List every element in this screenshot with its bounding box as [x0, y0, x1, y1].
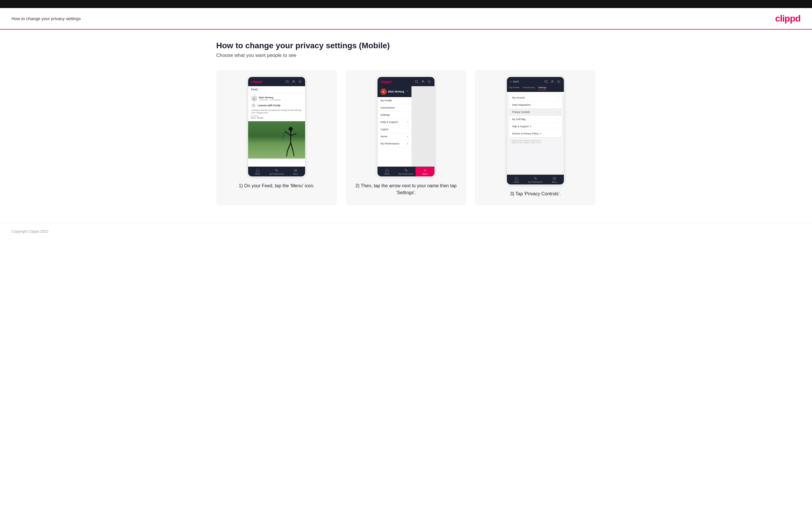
settings-icon[interactable]: [298, 79, 302, 84]
user-icon[interactable]: [291, 79, 296, 84]
settings-item-myaccount[interactable]: My Account ›: [509, 94, 562, 101]
settings-item-helpsupport[interactable]: Help & Support ↗: [509, 123, 562, 130]
menu-item-logout[interactable]: Logout: [377, 126, 411, 133]
svg-line-18: [417, 82, 418, 83]
svg-point-0: [286, 80, 288, 82]
blurred-bg: [412, 86, 435, 167]
dataintegrations-chevron: ›: [558, 103, 559, 106]
phone-nav-menu-close[interactable]: Menu: [415, 167, 435, 176]
phone-logo-2: clippd: [380, 79, 391, 84]
menu-user-avatar: B: [380, 89, 387, 95]
svg-point-3: [299, 81, 301, 82]
lesson-icon: [251, 103, 256, 108]
user-icon-3[interactable]: [550, 79, 555, 84]
menu-section-home[interactable]: Home ∨: [377, 133, 411, 140]
phone-bottom-nav-3: Home My Performance Menu: [507, 175, 564, 184]
phone-nav-performance-3[interactable]: My Performance: [526, 175, 545, 184]
phone-nav-1: clippd: [248, 77, 305, 86]
svg-point-4: [254, 97, 255, 99]
search-icon-2[interactable]: [414, 79, 419, 84]
settings-item-mygolfbag[interactable]: My Golf Bag ›: [509, 116, 562, 123]
svg-point-23: [545, 80, 547, 82]
svg-line-8: [291, 133, 297, 135]
external-link-icon: ↗: [407, 121, 409, 123]
phone-nav-home-3[interactable]: Home: [507, 175, 526, 184]
feed-tab: Feed: [248, 86, 305, 93]
feed-lesson-title: Lesson with Fordy: [258, 104, 281, 107]
svg-line-11: [287, 151, 287, 157]
menu-user-row: B Blair McHarg ⌃: [377, 86, 411, 97]
menu-item-help[interactable]: Help & Support ↗: [377, 119, 411, 126]
tab-settings[interactable]: Settings: [538, 86, 546, 90]
phone-nav-menu-3[interactable]: Menu: [545, 175, 564, 184]
feed-screen: Feed Blair McHarg Yesterday · Sunningdal…: [248, 86, 305, 167]
phone-bottom-nav-2: Home My Performance Menu: [377, 167, 435, 176]
feed-duration-value: 01 hr : 30 min: [251, 117, 302, 119]
feed-user-name: Blair McHarg: [259, 96, 281, 99]
svg-point-20: [429, 81, 430, 82]
search-icon[interactable]: [285, 79, 290, 84]
tab-myprofile[interactable]: My Profile: [509, 86, 519, 90]
settings-icon-3[interactable]: [556, 79, 561, 84]
phone-nav-menu[interactable]: Menu: [286, 167, 305, 176]
menu-section-performance[interactable]: My Performance ∨: [377, 140, 411, 147]
settings-version: Clippd Client Version: 2022.8.3-3 GQL Se…: [507, 137, 564, 146]
svg-line-24: [547, 82, 548, 83]
menu-item-settings[interactable]: Settings: [377, 111, 411, 119]
menu-screen: B Blair McHarg ⌃ My Profile Connections …: [377, 86, 435, 167]
svg-line-1: [288, 82, 289, 83]
search-icon-3[interactable]: [544, 79, 548, 84]
feed-post: Blair McHarg Yesterday · Sunningdale Les…: [248, 93, 305, 121]
myaccount-chevron: ›: [558, 96, 559, 99]
phone-mockup-3: < Back: [507, 77, 564, 185]
phone-nav-icons-1: [285, 79, 302, 84]
svg-line-9: [287, 143, 291, 151]
svg-line-7: [285, 131, 291, 135]
header-title: How to change your privacy settings: [11, 16, 81, 21]
home-chevron-icon: ∨: [407, 135, 409, 138]
svg-line-12: [293, 151, 294, 156]
settings-screen: My Account › Data Integrations › Privacy…: [507, 94, 564, 175]
svg-point-17: [415, 80, 417, 82]
menu-chevron-icon[interactable]: ⌃: [406, 90, 409, 93]
step-3-card: < Back: [475, 70, 596, 206]
phone-nav-icons-2: [414, 79, 432, 84]
menu-item-connections[interactable]: Connections: [377, 104, 411, 111]
phone-mockup-1: clippd: [248, 77, 305, 177]
footer: Copyright Clippd 2022: [0, 223, 812, 239]
phone-nav-home-2[interactable]: Home: [377, 167, 397, 176]
back-button[interactable]: < Back: [510, 80, 519, 83]
step-2-caption: 2) Then, tap the arrow next to your name…: [353, 182, 459, 196]
svg-line-13: [283, 131, 285, 140]
header: How to change your privacy settings clip…: [0, 8, 812, 30]
menu-item-myprofile[interactable]: My Profile: [377, 97, 411, 104]
settings-icon-2[interactable]: [427, 79, 432, 84]
phone-nav-performance[interactable]: My Performance: [267, 167, 286, 176]
phone-nav-3: < Back: [507, 77, 564, 86]
user-icon-2[interactable]: [421, 79, 425, 84]
svg-line-10: [291, 143, 293, 151]
privacycontrols-chevron: ›: [558, 111, 559, 113]
phone-logo-1: clippd: [251, 79, 262, 84]
page-subheading: Choose what you want people to see: [216, 53, 596, 58]
phone-nav-home[interactable]: Home: [248, 167, 267, 176]
phone-nav-performance-2[interactable]: My Performance: [397, 167, 415, 176]
settings-item-serviceprivacy[interactable]: Service & Privacy Policy ↗: [509, 130, 562, 137]
svg-point-26: [558, 81, 559, 82]
tab-connections[interactable]: Connections: [522, 86, 535, 90]
menu-user-name: Blair McHarg: [388, 90, 404, 93]
step-2-card: clippd: [346, 70, 466, 206]
settings-item-dataintegrations[interactable]: Data Integrations ›: [509, 101, 562, 109]
feed-image: [248, 121, 305, 159]
feed-user-sub: Yesterday · Sunningdale: [259, 99, 281, 101]
phone-nav-2: clippd: [377, 77, 435, 86]
step-1-caption: 1) On your Feed, tap the 'Menu' icon.: [239, 182, 314, 189]
step-1-card: clippd: [216, 70, 337, 206]
feed-lesson-desc: Looking to feel like my hands are exitin…: [251, 109, 302, 114]
step-3-caption: 3) Tap 'Privacy Controls'.: [510, 190, 561, 198]
steps-container: clippd: [216, 70, 596, 206]
settings-item-privacycontrols[interactable]: Privacy Controls ›: [509, 109, 562, 116]
menu-overlay: B Blair McHarg ⌃ My Profile Connections …: [377, 86, 412, 167]
phone-mockup-2: clippd: [377, 77, 435, 177]
main-content: How to change your privacy settings (Mob…: [205, 30, 607, 223]
